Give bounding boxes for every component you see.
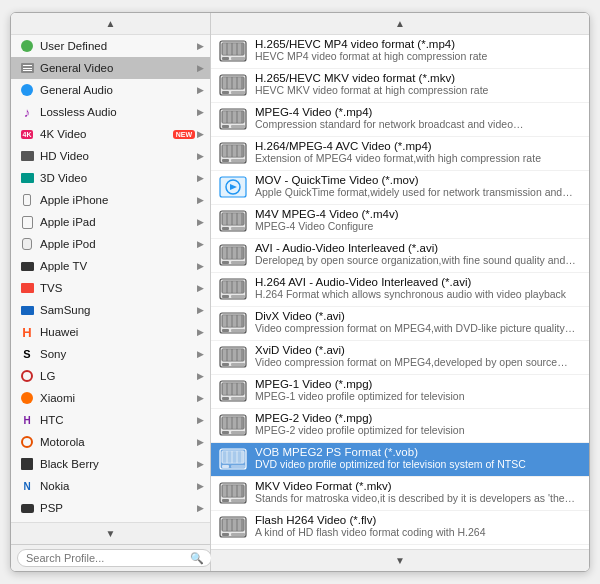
left-item-general-audio[interactable]: General Audio▶ [11,79,210,101]
right-item-divx[interactable]: DivX Video (*.avi)Video compression form… [211,307,589,341]
left-item-chevron-motorola: ▶ [197,437,204,447]
left-item-3d-video[interactable]: 3D Video▶ [11,167,210,189]
svg-rect-11 [222,57,229,60]
left-item-label-samsung: SamSung [40,304,195,316]
right-item-flash-h264[interactable]: Flash H264 Video (*.flv)A kind of HD fla… [211,511,589,545]
right-item-mkv[interactable]: MKV Video Format (*.mkv)Stands for matro… [211,477,589,511]
left-item-icon-htc: H [19,412,35,428]
right-item-title-flash-h264: Flash H264 Video (*.flv) [255,514,581,526]
left-item-label-general-video: General Video [40,62,195,74]
left-item-lg[interactable]: LG▶ [11,365,210,387]
svg-rect-131 [222,397,229,400]
new-badge: NEW [173,130,195,139]
search-box: 🔍 [11,544,210,571]
right-item-title-avi: AVI - Audio-Video Interleaved (*.avi) [255,242,581,254]
left-item-label-apple-ipad: Apple iPad [40,216,195,228]
left-item-icon-psp [19,500,35,516]
right-item-xvid[interactable]: XviD Video (*.avi)Video compression form… [211,341,589,375]
left-item-htc[interactable]: HHTC▶ [11,409,210,431]
left-item-nokia[interactable]: NNokia▶ [11,475,210,497]
left-item-apple-tv[interactable]: Apple TV▶ [11,255,210,277]
right-item-desc-flash-h264: A kind of HD flash video format coding w… [255,526,581,540]
left-item-label-user-defined: User Defined [40,40,195,52]
right-scroll-up[interactable]: ▲ [211,13,589,35]
right-item-icon-mov-quicktime [217,174,249,200]
svg-rect-145 [231,431,245,434]
right-item-h265-mp4[interactable]: H.265/HEVC MP4 video format (*.mp4)HEVC … [211,35,589,69]
right-item-icon-divx [217,310,249,336]
left-item-blackberry[interactable]: Black Berry▶ [11,453,210,475]
right-list: H.265/HEVC MP4 video format (*.mp4)HEVC … [211,35,589,549]
right-item-icon-h265-mp4 [217,38,249,64]
left-item-motorola[interactable]: Motorola▶ [11,431,210,453]
left-scroll-down[interactable]: ▼ [11,522,210,544]
search-input[interactable] [17,549,212,567]
svg-rect-170 [222,499,229,502]
left-item-xiaomi[interactable]: Xiaomi▶ [11,387,210,409]
right-item-mpeg4-mp4[interactable]: MPEG-4 Video (*.mp4)Compression standard… [211,103,589,137]
right-panel: ▲ H.265/HEVC MP4 video format (*.mp4)HEV… [211,13,589,571]
left-item-tvs[interactable]: TVS▶ [11,277,210,299]
svg-rect-12 [231,57,245,60]
left-item-apple-ipod[interactable]: Apple iPod▶ [11,233,210,255]
right-item-m4v[interactable]: M4V MPEG-4 Video (*.m4v)MPEG-4 Video Con… [211,205,589,239]
right-item-icon-mpeg2 [217,412,249,438]
right-scroll-down[interactable]: ▼ [211,549,589,571]
right-item-text-h264-mp4: H.264/MPEG-4 AVC Video (*.mp4)Extension … [255,140,581,166]
left-item-apple-iphone[interactable]: Apple iPhone▶ [11,189,210,211]
left-item-hd-video[interactable]: HD Video▶ [11,145,210,167]
right-item-icon-m4v [217,208,249,234]
left-item-icon-blackberry [19,456,35,472]
left-scroll-up[interactable]: ▲ [11,13,210,35]
right-item-title-xvid: XviD Video (*.avi) [255,344,581,356]
left-item-icon-general-audio [19,82,35,98]
left-item-apple-ipad[interactable]: Apple iPad▶ [11,211,210,233]
left-item-chevron-tvs: ▶ [197,283,204,293]
left-item-chevron-htc: ▶ [197,415,204,425]
svg-rect-79 [222,261,229,264]
search-icon: 🔍 [190,552,204,565]
left-item-icon-4k-video: 4K [19,126,35,142]
left-item-lossless-audio[interactable]: ♪Lossless Audio▶ [11,101,210,123]
left-item-user-defined[interactable]: User Defined▶ [11,35,210,57]
right-item-title-vob-mpeg2: VOB MPEG2 PS Format (*.vob) [255,446,581,458]
right-item-desc-xvid: Video compression format on MPEG4,develo… [255,356,581,370]
left-item-chevron-4k-video: ▶ [197,129,204,139]
left-item-label-nokia: Nokia [40,480,195,492]
right-item-title-h265-mkv: H.265/HEVC MKV video format (*.mkv) [255,72,581,84]
right-item-title-mkv: MKV Video Format (*.mkv) [255,480,581,492]
left-item-icon-lossless-audio: ♪ [19,104,35,120]
right-item-h264-avi[interactable]: H.264 AVI - Audio-Video Interleaved (*.a… [211,273,589,307]
left-item-samsung[interactable]: SamSung▶ [11,299,210,321]
svg-rect-24 [222,91,229,94]
left-item-icon-samsung [19,302,35,318]
right-item-vob-mpeg2[interactable]: VOB MPEG2 PS Format (*.vob)DVD video pro… [211,443,589,477]
left-item-sony[interactable]: SSony▶ [11,343,210,365]
left-item-psp[interactable]: PSP▶ [11,497,210,519]
svg-rect-144 [222,431,229,434]
right-item-h264-mp4[interactable]: H.264/MPEG-4 AVC Video (*.mp4)Extension … [211,137,589,171]
right-item-title-mpeg4-mp4: MPEG-4 Video (*.mp4) [255,106,581,118]
left-item-huawei[interactable]: HHuawei▶ [11,321,210,343]
right-item-desc-mpeg4-mp4: Compression standard for network broadca… [255,118,581,132]
left-item-chevron-sony: ▶ [197,349,204,359]
right-item-mpeg1[interactable]: MPEG-1 Video (*.mpg)MPEG-1 video profile… [211,375,589,409]
right-item-avi[interactable]: AVI - Audio-Video Interleaved (*.avi)Der… [211,239,589,273]
left-item-label-apple-tv: Apple TV [40,260,195,272]
left-item-label-psp: PSP [40,502,195,514]
right-item-icon-xvid [217,344,249,370]
left-item-4k-video[interactable]: 4K4K VideoNEW▶ [11,123,210,145]
right-item-h265-mkv[interactable]: H.265/HEVC MKV video format (*.mkv)HEVC … [211,69,589,103]
left-item-general-video[interactable]: General Video▶ [11,57,210,79]
right-item-mov-quicktime[interactable]: MOV - QuickTime Video (*.mov)Apple Quick… [211,171,589,205]
right-item-desc-mkv: Stands for matroska video,it is describe… [255,492,581,506]
left-item-icon-apple-ipod [19,236,35,252]
left-item-icon-apple-iphone [19,192,35,208]
right-item-desc-h265-mkv: HEVC MKV video format at high compressio… [255,84,581,98]
left-item-chevron-general-audio: ▶ [197,85,204,95]
right-item-title-h264-mp4: H.264/MPEG-4 AVC Video (*.mp4) [255,140,581,152]
svg-rect-92 [222,295,229,298]
right-item-text-flash-h264: Flash H264 Video (*.flv)A kind of HD fla… [255,514,581,540]
right-item-desc-h264-avi: H.264 Format which allows synchronous au… [255,288,581,302]
right-item-mpeg2[interactable]: MPEG-2 Video (*.mpg)MPEG-2 video profile… [211,409,589,443]
